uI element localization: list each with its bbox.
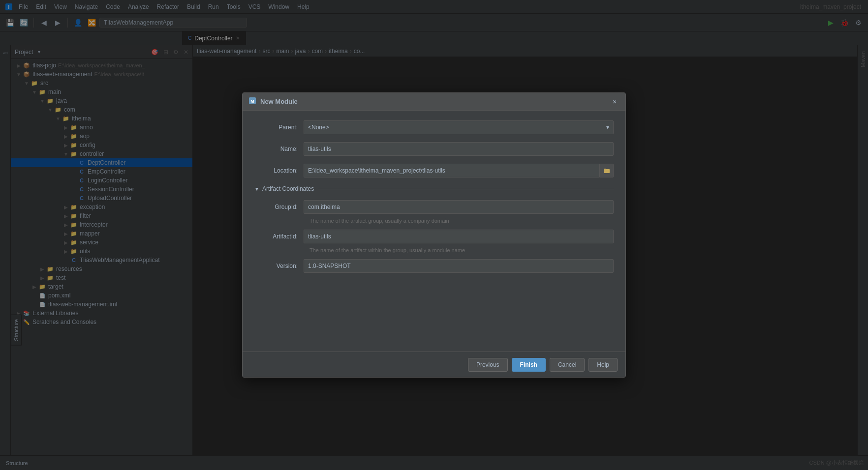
version-row: Version: [254, 259, 614, 273]
modal-overlay: M New Module × Parent: <None> ▾ [0, 0, 868, 470]
groupid-hint: The name of the artifact group, usually … [310, 218, 614, 224]
version-input[interactable] [304, 259, 614, 273]
modal-title: New Module [260, 98, 610, 105]
artifactid-label: ArtifactId: [254, 233, 304, 240]
modal-close-button[interactable]: × [610, 97, 620, 107]
version-label: Version: [254, 263, 304, 269]
name-row: Name: [254, 142, 614, 156]
svg-rect-5 [604, 169, 606, 170]
groupid-row: GroupId: [254, 200, 614, 214]
artifactid-input[interactable] [304, 230, 614, 243]
groupid-label: GroupId: [254, 204, 304, 210]
folder-browse-icon [603, 167, 610, 174]
parent-label: Parent: [254, 124, 304, 131]
finish-button[interactable]: Finish [512, 358, 546, 372]
svg-rect-4 [604, 169, 610, 173]
previous-button[interactable]: Previous [468, 358, 508, 372]
help-button[interactable]: Help [589, 358, 618, 372]
modal-body: Parent: <None> ▾ Name: Location: [243, 111, 625, 352]
modal-footer: Previous Finish Cancel Help [243, 352, 625, 377]
parent-select[interactable]: <None> ▾ [304, 120, 614, 134]
module-dialog-icon: M [248, 97, 256, 106]
location-field-wrapper [304, 164, 614, 177]
new-module-dialog: M New Module × Parent: <None> ▾ [242, 92, 626, 378]
ide-window: I File Edit View Navigate Code Analyze R… [0, 0, 868, 470]
svg-text:M: M [250, 99, 254, 104]
artifactid-hint: The name of the artifact within the grou… [310, 247, 614, 253]
section-divider [318, 189, 614, 189]
artifact-coordinates-section[interactable]: ▼ Artifact Coordinates [254, 185, 614, 192]
parent-select-value: <None> [308, 124, 329, 131]
location-label: Location: [254, 167, 304, 174]
parent-row: Parent: <None> ▾ [254, 120, 614, 134]
cancel-button[interactable]: Cancel [550, 358, 585, 372]
parent-dropdown-arrow: ▾ [606, 124, 609, 131]
location-input[interactable] [304, 164, 600, 177]
name-label: Name: [254, 146, 304, 152]
section-collapse-arrow: ▼ [254, 186, 259, 192]
artifactid-row: ArtifactId: [254, 230, 614, 243]
artifact-section-title: Artifact Coordinates [262, 185, 314, 192]
modal-header: M New Module × [243, 93, 625, 111]
location-row: Location: [254, 164, 614, 177]
groupid-input[interactable] [304, 200, 614, 214]
name-input[interactable] [304, 142, 614, 156]
location-browse-button[interactable] [600, 164, 614, 177]
